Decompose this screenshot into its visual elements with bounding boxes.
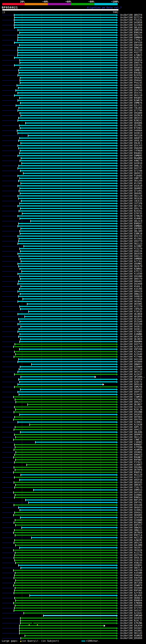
alignment-bar[interactable] xyxy=(18,391,116,392)
hit-accession-label[interactable]: UniRef100_Q9SEJ9 xyxy=(120,139,142,142)
alignment-bar[interactable] xyxy=(19,165,116,166)
alignment-bar[interactable] xyxy=(14,454,116,455)
alignment-bar[interactable] xyxy=(14,429,116,430)
alignment-bar[interactable] xyxy=(20,338,116,340)
hit-accession-label[interactable]: UniRef100_B9GQD2 xyxy=(120,72,142,74)
hit-accession-label[interactable]: UniRef100_O49123 xyxy=(120,255,142,258)
hit-accession-label[interactable]: UniRef100_Q7XQ85 xyxy=(120,330,142,333)
hit-accession-label[interactable]: UniRef100_A2IBN7 xyxy=(120,245,142,248)
hit-accession-label[interactable]: UniRef100_A5AHH1 xyxy=(120,217,142,220)
alignment-bar[interactable] xyxy=(18,175,116,176)
hit-accession-label[interactable]: UniRef100_P37821 xyxy=(120,461,142,464)
hit-accession-label[interactable]: UniRef100_O49819 xyxy=(120,295,142,298)
alignment-bar[interactable] xyxy=(18,145,116,146)
alignment-bar[interactable] xyxy=(18,226,116,226)
hit-accession-label[interactable]: UniRef100_A2IA42 xyxy=(120,612,142,614)
hit-accession-label[interactable]: UniRef100_B9FBB7 xyxy=(120,458,142,461)
alignment-bar[interactable] xyxy=(14,356,116,357)
hit-accession-label[interactable]: UniRef100_O24220 xyxy=(120,559,142,562)
hit-accession-label[interactable]: UniRef100_Q9FY02 xyxy=(120,501,142,504)
alignment-bar[interactable] xyxy=(20,82,116,84)
hit-accession-label[interactable]: UniRef100_Q6T2D9 xyxy=(120,582,142,584)
hit-accession-label[interactable]: UniRef100_Q43809 xyxy=(120,360,142,363)
hit-accession-label[interactable]: UniRef100_Q01KI9 xyxy=(120,335,142,338)
alignment-bar[interactable] xyxy=(28,404,116,405)
hit-accession-label[interactable]: UniRef100_Q9XGG3 xyxy=(120,511,142,514)
alignment-bar[interactable] xyxy=(15,344,116,345)
alignment-bar[interactable] xyxy=(13,514,116,516)
alignment-bar[interactable] xyxy=(18,236,116,237)
hit-accession-label[interactable]: UniRef100_A1IIT6 xyxy=(120,552,142,554)
alignment-bar[interactable] xyxy=(14,592,116,594)
alignment-bar[interactable] xyxy=(22,213,116,214)
alignment-bar[interactable] xyxy=(19,190,116,192)
hit-accession-label[interactable]: UniRef100_Q3BK18 xyxy=(120,232,142,235)
alignment-bar[interactable] xyxy=(20,293,116,294)
hit-accession-label[interactable]: UniRef100_B2WR81 xyxy=(120,268,142,270)
alignment-bar[interactable] xyxy=(13,457,116,458)
alignment-bar[interactable] xyxy=(20,618,116,619)
alignment-bar[interactable] xyxy=(15,426,116,428)
alignment-bar[interactable] xyxy=(14,590,116,591)
hit-accession-label[interactable]: UniRef100_O65841 xyxy=(120,300,142,303)
hit-accession-label[interactable]: UniRef100_O65028 xyxy=(120,549,142,552)
hit-accession-label[interactable]: UniRef100_B9N5G2 xyxy=(120,496,142,499)
alignment-bar[interactable] xyxy=(14,412,116,412)
alignment-bar[interactable] xyxy=(18,565,116,566)
hit-accession-label[interactable]: UniRef100_Q9MB64 xyxy=(120,36,142,39)
hit-accession-label[interactable]: UniRef100_A4UTQ8 xyxy=(120,576,142,579)
alignment-bar[interactable] xyxy=(20,128,116,128)
hit-accession-label[interactable]: UniRef100_Q9FU17 xyxy=(120,524,142,526)
alignment-bar[interactable] xyxy=(19,369,116,370)
hit-accession-label[interactable]: UniRef100_Q9FXS0 xyxy=(120,41,142,44)
hit-accession-label[interactable]: UniRef100_Q688L9 xyxy=(120,597,142,599)
hit-accession-label[interactable]: UniRef100_B9IBN3 xyxy=(120,521,142,524)
alignment-bar[interactable] xyxy=(20,203,116,204)
alignment-bar[interactable] xyxy=(17,54,116,56)
hit-accession-label[interactable]: UniRef100_C4TNS0 xyxy=(120,150,142,152)
hit-accession-label[interactable]: UniRef100_Q42668 xyxy=(120,282,142,285)
hit-accession-label[interactable]: UniRef100_Q71T08 xyxy=(120,170,142,172)
hit-accession-label[interactable]: UniRef100_Q8W4V2 xyxy=(120,363,142,366)
hit-accession-label[interactable]: UniRef100_Q8LSC0 xyxy=(120,220,142,222)
alignment-bar[interactable] xyxy=(14,444,116,445)
alignment-bar[interactable] xyxy=(20,278,116,280)
alignment-bar[interactable] xyxy=(14,22,116,23)
alignment-bar[interactable] xyxy=(43,615,116,616)
alignment-bar[interactable] xyxy=(18,314,116,314)
alignment-bar[interactable] xyxy=(14,462,116,463)
alignment-bar[interactable] xyxy=(14,42,116,43)
hit-accession-label[interactable]: UniRef100_Q42881 xyxy=(120,630,142,632)
hit-accession-label[interactable]: UniRef100_Q9SB91 xyxy=(120,564,142,566)
hit-accession-label[interactable]: UniRef100_Q5VJV0 xyxy=(120,89,142,92)
hit-accession-label[interactable]: UniRef100_B2XCJ7 xyxy=(120,619,142,622)
alignment-bar[interactable] xyxy=(18,75,116,76)
alignment-bar[interactable] xyxy=(19,107,116,108)
hit-accession-label[interactable]: UniRef100_Q5W6F9 xyxy=(120,584,142,587)
hit-accession-label[interactable]: UniRef100_C1KH05 xyxy=(120,441,142,444)
alignment-bar[interactable] xyxy=(19,210,116,212)
hit-accession-label[interactable]: UniRef100_Q8S934 xyxy=(120,252,142,255)
alignment-bar[interactable] xyxy=(16,105,116,106)
hit-accession-label[interactable]: UniRef100_Q9STR4 xyxy=(120,418,142,421)
alignment-bar[interactable] xyxy=(18,195,116,196)
alignment-bar[interactable] xyxy=(19,72,116,73)
alignment-bar[interactable] xyxy=(21,200,116,202)
hit-accession-label[interactable]: UniRef100_Q9M3Y8 xyxy=(120,29,142,31)
hit-accession-label[interactable]: UniRef100_Q9SB01 xyxy=(120,451,142,454)
hit-accession-label[interactable]: UniRef100_Q9MB76 xyxy=(120,102,142,104)
alignment-bar[interactable] xyxy=(20,622,116,624)
alignment-bar[interactable] xyxy=(21,261,116,262)
hit-accession-label[interactable]: UniRef100_Q43165 xyxy=(120,491,142,494)
hit-accession-label[interactable]: UniRef100_Q43168 xyxy=(120,358,142,360)
alignment-bar[interactable] xyxy=(14,542,116,543)
hit-accession-label[interactable]: UniRef100_Q43812 xyxy=(120,325,142,328)
alignment-bar[interactable] xyxy=(25,316,116,317)
hit-accession-label[interactable]: UniRef100_Q6JN58 xyxy=(120,313,142,315)
hit-accession-label[interactable]: UniRef100_Q9S853 xyxy=(120,66,142,69)
alignment-bar[interactable] xyxy=(18,92,116,94)
alignment-bar[interactable] xyxy=(14,610,116,611)
alignment-bar[interactable] xyxy=(14,17,116,18)
hit-accession-label[interactable]: UniRef100_A9NIT9 xyxy=(120,160,142,162)
alignment-bar[interactable] xyxy=(30,595,116,596)
